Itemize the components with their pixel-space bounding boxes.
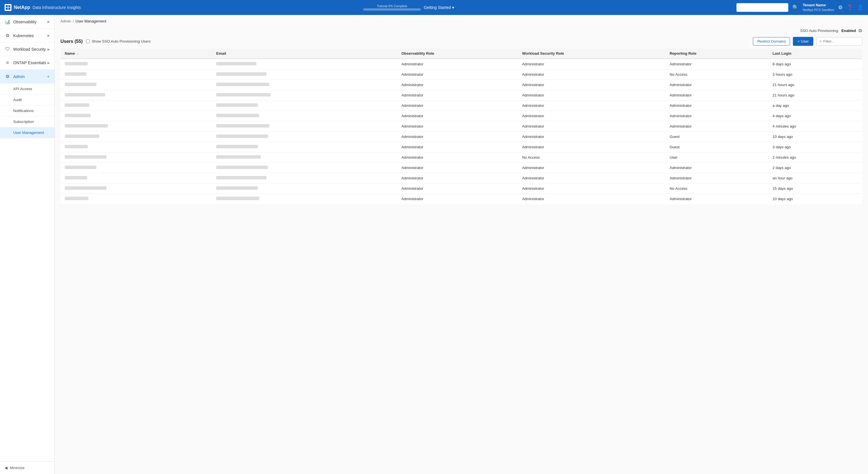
cell-obs-role: Administrator [398,121,518,131]
table-row[interactable]: ██████████████████AdministratorAdministr… [61,163,862,173]
table-row[interactable]: ██████████████████AdministratorAdministr… [61,90,862,100]
cell-ws-role: Administrator [518,80,666,90]
cell-last-login: an hour ago [768,173,862,183]
sso-row: SSO Auto Provisioning: Enabled ⚙ [60,26,862,37]
sidebar-label-ontap: ONTAP Essentials [13,60,46,65]
chevron-right-icon: ▶ [48,34,50,37]
sidebar-item-user-management[interactable]: User Management [0,127,54,138]
cell-rep-role: Administrator [666,173,769,183]
cell-name: █████ [61,100,212,111]
table-row[interactable]: ██████████████████AdministratorAdministr… [61,173,862,183]
cell-ws-role: Administrator [518,173,666,183]
sidebar-item-admin[interactable]: ⚙ Admin ▼ [0,70,54,84]
table-row[interactable]: ██████████████████AdministratorAdministr… [61,183,862,194]
getting-started-button[interactable]: Getting Started ▾ [424,5,454,10]
sidebar-item-audit[interactable]: Audit [0,94,54,106]
sidebar-item-observability[interactable]: 📊 Observability ▶ [0,15,54,29]
table-row[interactable]: ██████████████████AdministratorAdministr… [61,69,862,80]
sidebar-item-notifications[interactable]: Notifications [0,106,54,116]
minimize-label: Minimize [10,466,25,470]
tutorial-label: Tutorial 0% Complete [377,4,407,8]
cell-rep-role: No Access [666,183,769,194]
table-row[interactable]: ██████████████████AdministratorNo Access… [61,152,862,163]
cell-last-login: 2 days ago [768,163,862,173]
sidebar-item-workload-security[interactable]: 🛡 Workload Security ▶ [0,42,54,56]
table-row[interactable]: ██████████████████AdministratorAdministr… [61,194,862,204]
cell-rep-role: Administrator [666,59,769,69]
cell-name: █████ [61,142,212,152]
cell-email: █████████████ [212,173,397,183]
sidebar-item-ontap[interactable]: ≡ ONTAP Essentials ▶ [0,56,54,70]
tenant-subtitle: NetApp PCS Sandbox [803,8,834,12]
cell-name: █████ [61,183,212,194]
minimize-button[interactable]: ◀ Minimize [0,461,54,474]
filter-input[interactable] [824,39,859,43]
sidebar: 📊 Observability ▶ ⚙ Kubernetes ▶ 🛡 Workl… [0,15,55,474]
breadcrumb-admin[interactable]: Admin [60,19,71,23]
user-management-label: User Management [13,130,44,135]
table-row[interactable]: ██████████████████AdministratorAdministr… [61,59,862,69]
table-row[interactable]: ██████████████████AdministratorAdministr… [61,142,862,152]
table-row[interactable]: ██████████████████AdministratorAdministr… [61,111,862,121]
filter-input-container[interactable]: ≡ [816,37,862,46]
show-sso-checkbox-label[interactable]: Show SSO Auto Provisioning Users [86,39,151,43]
cell-email: █████████████ [212,142,397,152]
search-icon[interactable]: 🔍 [792,4,799,11]
table-row[interactable]: ██████████████████AdministratorAdministr… [61,121,862,131]
global-search-box[interactable] [737,3,788,12]
cell-rep-role: User [666,152,769,163]
api-access-label: API Access [13,87,32,91]
user-account-icon[interactable]: 👤 [857,4,863,11]
chevron-right-icon: ▶ [48,20,50,24]
cell-obs-role: Administrator [398,131,518,142]
cell-obs-role: Administrator [398,80,518,90]
svg-rect-1 [8,5,10,7]
restrict-domains-button[interactable]: Restrict Domains [753,37,790,46]
sidebar-item-subscription[interactable]: Subscription [0,116,54,127]
show-sso-label: Show SSO Auto Provisioning Users [92,39,151,43]
col-name[interactable]: Name ↓ [61,49,212,59]
table-row[interactable]: ██████████████████AdministratorAdministr… [61,80,862,90]
cell-last-login: 2 minutes ago [768,152,862,163]
content-area: SSO Auto Provisioning: Enabled ⚙ Users (… [55,26,868,210]
chevron-right-icon: ▶ [48,61,50,65]
cell-rep-role: Administrator [666,121,769,131]
sso-label: SSO Auto Provisioning: [800,29,839,33]
progress-bar-bg [363,8,421,11]
svg-rect-2 [6,8,8,10]
cell-last-login: 15 days ago [768,183,862,194]
cell-ws-role: Administrator [518,131,666,142]
cell-ws-role: Administrator [518,121,666,131]
sidebar-item-kubernetes[interactable]: ⚙ Kubernetes ▶ [0,29,54,42]
table-row[interactable]: ██████████████████AdministratorAdministr… [61,100,862,111]
cell-name: █████ [61,111,212,121]
kubernetes-icon: ⚙ [5,33,10,38]
add-user-button[interactable]: + User [793,37,813,46]
svg-rect-0 [6,5,8,7]
main-content: Admin / User Management SSO Auto Provisi… [55,15,868,474]
cell-ws-role: Administrator [518,142,666,152]
table-row[interactable]: ██████████████████AdministratorAdministr… [61,131,862,142]
toolbar-right: Restrict Domains + User ≡ [753,37,862,46]
cell-name: █████ [61,131,212,142]
cell-last-login: 21 hours ago [768,90,862,100]
cell-ws-role: Administrator [518,194,666,204]
cell-last-login: a day ago [768,100,862,111]
col-ws-role: Workload Security Role [518,49,666,59]
sidebar-item-api-access[interactable]: API Access [0,84,54,94]
sso-settings-icon[interactable]: ⚙ [858,28,862,33]
netapp-logo-icon [5,4,11,11]
show-sso-checkbox[interactable] [86,39,90,43]
users-count: Users (55) [60,39,83,44]
sort-icon: ↓ [77,52,79,55]
cell-last-login: 3 days ago [768,142,862,152]
app-name: Data Infrastructure Insights [33,5,81,10]
cell-last-login: 4 days ago [768,111,862,121]
tenant-name: Tenant Name [803,3,834,8]
cell-name: █████ [61,194,212,204]
cell-obs-role: Administrator [398,90,518,100]
help-icon[interactable]: ❓ [847,4,853,11]
cell-obs-role: Administrator [398,100,518,111]
settings-icon[interactable]: ⚙ [838,4,843,11]
sidebar-label-kubernetes: Kubernetes [13,33,34,38]
